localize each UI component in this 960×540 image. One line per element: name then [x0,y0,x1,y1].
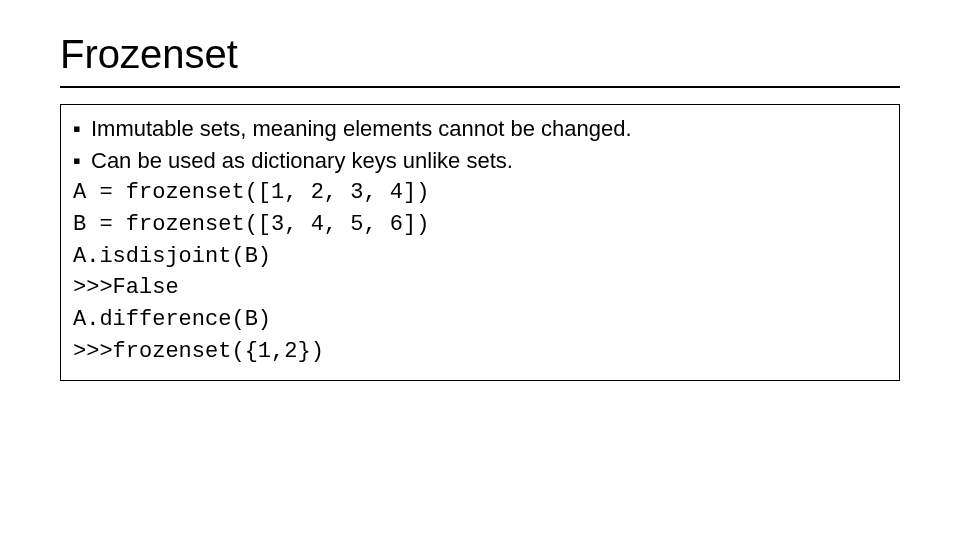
code-line: B = frozenset([3, 4, 5, 6]) [73,209,887,241]
bullet-square-icon: ▪ [73,113,91,145]
slide-title: Frozenset [60,30,900,78]
bullet-item: ▪ Can be used as dictionary keys unlike … [73,145,887,177]
code-line: A.isdisjoint(B) [73,241,887,273]
code-line: A.difference(B) [73,304,887,336]
content-box: ▪ Immutable sets, meaning elements canno… [60,104,900,381]
slide: Frozenset ▪ Immutable sets, meaning elem… [0,0,960,540]
bullet-item: ▪ Immutable sets, meaning elements canno… [73,113,887,145]
code-line: >>>frozenset({1,2}) [73,336,887,368]
bullet-square-icon: ▪ [73,145,91,177]
title-rule [60,86,900,88]
bullet-text: Immutable sets, meaning elements cannot … [91,113,632,145]
code-line: >>>False [73,272,887,304]
code-line: A = frozenset([1, 2, 3, 4]) [73,177,887,209]
bullet-text: Can be used as dictionary keys unlike se… [91,145,513,177]
